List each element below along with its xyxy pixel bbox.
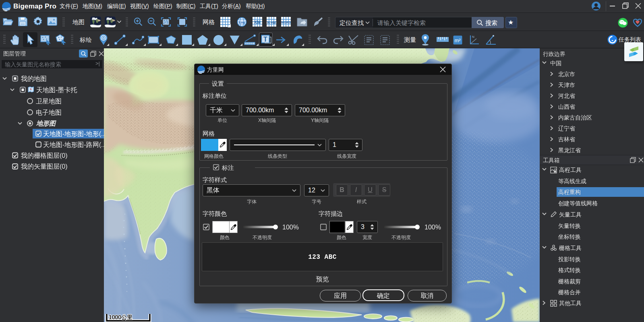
svg-text:等高线生成: 等高线生成 <box>558 178 586 184</box>
svg-text:天津市: 天津市 <box>558 82 575 88</box>
svg-text:电子地图: 电子地图 <box>36 109 62 116</box>
svg-text:地形图: 地形图 <box>36 120 56 127</box>
svg-text:内蒙古自治区: 内蒙古自治区 <box>558 114 592 121</box>
svg-text:我的栅格图层(0): 我的栅格图层(0) <box>21 152 68 159</box>
svg-text:栅格工具: 栅格工具 <box>559 245 582 251</box>
svg-text:m²: m² <box>454 37 461 43</box>
svg-text:北京市: 北京市 <box>558 71 575 77</box>
svg-text:创建等值线网格: 创建等值线网格 <box>558 200 598 206</box>
svg-text:栅格合并: 栅格合并 <box>558 289 581 295</box>
svg-text:卫星地图: 卫星地图 <box>36 98 62 105</box>
svg-text:天地图-墨卡托: 天地图-墨卡托 <box>36 87 77 93</box>
svg-text:Lng: Lng <box>239 21 245 24</box>
svg-text:KM: KM <box>254 20 261 25</box>
svg-text:辽宁省: 辽宁省 <box>558 125 576 132</box>
svg-text:栅格裁剪: 栅格裁剪 <box>558 278 581 285</box>
svg-text:矢量工具: 矢量工具 <box>559 211 582 218</box>
svg-text:吉林省: 吉林省 <box>558 136 576 142</box>
svg-text:中国: 中国 <box>550 60 561 66</box>
svg-text:T: T <box>263 36 267 43</box>
svg-text:河北省: 河北省 <box>558 93 576 99</box>
svg-text:天地图-地形图-地形(...: 天地图-地形图-地形(... <box>43 130 104 137</box>
svg-text:MGRS: MGRS <box>281 21 291 24</box>
svg-text:天地图-地形图-路网(...: 天地图-地形图-路网(... <box>43 141 104 148</box>
svg-text:N: N <box>472 35 474 39</box>
svg-text:坐标转换: 坐标转换 <box>558 233 581 240</box>
svg-text:高程重构: 高程重构 <box>558 189 581 195</box>
svg-text:黑龙江省: 黑龙江省 <box>558 147 581 153</box>
svg-text:高程工具: 高程工具 <box>559 167 582 173</box>
svg-text:我的地图: 我的地图 <box>21 75 47 82</box>
svg-text:矢量转换: 矢量转换 <box>558 223 581 229</box>
svg-text:山西省: 山西省 <box>558 103 576 110</box>
svg-text:我的矢量图层(0): 我的矢量图层(0) <box>21 163 68 170</box>
svg-text:其他工具: 其他工具 <box>559 300 582 306</box>
svg-text:投影转换: 投影转换 <box>558 256 581 262</box>
svg-text:N➝M: N➝M <box>267 21 276 25</box>
svg-text:格式转换: 格式转换 <box>558 267 581 273</box>
svg-text:1000公里: 1000公里 <box>109 314 133 320</box>
